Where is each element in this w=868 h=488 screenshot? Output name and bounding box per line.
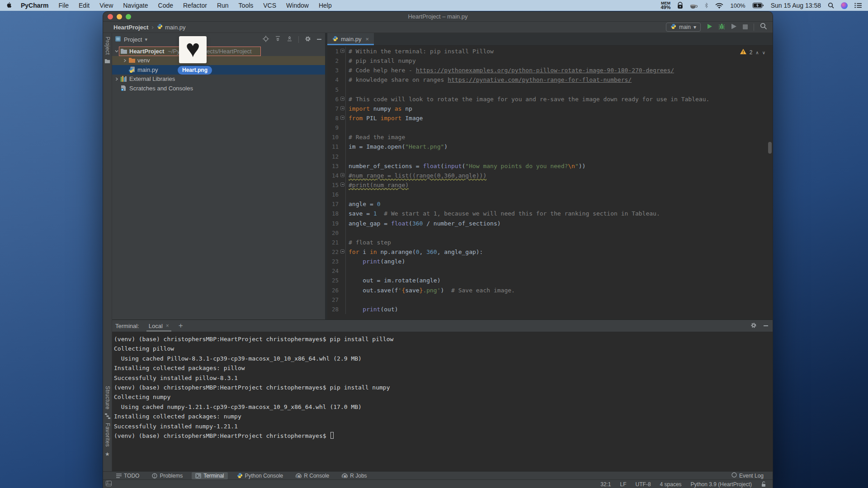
gear-icon[interactable] bbox=[750, 322, 757, 330]
window-titlebar[interactable]: HeartProject – main.py bbox=[103, 12, 773, 22]
code-text bbox=[346, 295, 349, 305]
menu-run[interactable]: Run bbox=[212, 2, 234, 9]
tree-item[interactable]: venv bbox=[112, 56, 325, 66]
stripe-label-project[interactable]: Project bbox=[104, 37, 111, 55]
minimize-window-button[interactable] bbox=[117, 14, 122, 19]
star-icon[interactable]: ★ bbox=[105, 451, 110, 457]
control-center-icon[interactable] bbox=[854, 3, 862, 8]
run-button[interactable] bbox=[707, 23, 712, 31]
editor-tab-main-py[interactable]: main.py × bbox=[327, 33, 374, 45]
gear-icon[interactable] bbox=[305, 36, 311, 43]
tree-item[interactable]: HeartProject~/PycharmProjects/HeartProje… bbox=[112, 47, 325, 56]
code-text: out = im.rotate(angle) bbox=[346, 276, 441, 285]
search-everywhere-icon[interactable] bbox=[760, 23, 767, 32]
event-log-button[interactable]: Event Log bbox=[728, 472, 767, 479]
editor-tab-bar: main.py × bbox=[327, 33, 773, 46]
menu-vcs[interactable]: VCS bbox=[258, 2, 281, 9]
tree-item[interactable]: External Libraries bbox=[112, 75, 325, 84]
memory-indicator[interactable]: MEM49% bbox=[660, 1, 670, 9]
menu-clock[interactable]: Sun 15 Aug 13:58 bbox=[771, 2, 821, 9]
menu-refactor[interactable]: Refactor bbox=[178, 2, 212, 9]
tree-chevron-icon[interactable] bbox=[122, 58, 127, 63]
collapse-all-icon[interactable] bbox=[287, 36, 292, 43]
tree-chevron-icon[interactable] bbox=[114, 49, 119, 53]
structure-icon[interactable] bbox=[105, 413, 110, 419]
python-file-icon bbox=[128, 66, 136, 73]
menu-edit[interactable]: Edit bbox=[74, 2, 94, 9]
menu-window[interactable]: Window bbox=[281, 2, 314, 9]
stripe-folder-icon[interactable] bbox=[104, 59, 110, 64]
close-icon[interactable]: × bbox=[366, 36, 369, 42]
terminal-tab-local[interactable]: Local × bbox=[146, 320, 171, 332]
inspection-widget[interactable]: 2 ∧ ∨ bbox=[740, 48, 765, 57]
line-number: 9 bbox=[327, 123, 339, 132]
bluetooth-icon[interactable] bbox=[704, 2, 708, 9]
status-item[interactable]: 32:1 bbox=[600, 481, 611, 488]
close-icon[interactable]: × bbox=[166, 323, 169, 329]
breadcrumb-file[interactable]: main.py bbox=[165, 24, 186, 31]
menu-help[interactable]: Help bbox=[314, 2, 337, 9]
code-text: number_of_sections = float(input("How ma… bbox=[346, 161, 585, 171]
status-item[interactable]: 4 spaces bbox=[660, 481, 682, 488]
previous-warning-icon[interactable]: ∧ bbox=[755, 48, 759, 57]
status-item[interactable]: Python 3.9 (HeartProject) bbox=[691, 481, 752, 488]
run-configuration-select[interactable]: main ▾ bbox=[666, 23, 701, 32]
toolwindow-button-problems[interactable]: Problems bbox=[148, 472, 186, 479]
debug-button[interactable] bbox=[718, 23, 725, 32]
fold-marker-icon[interactable] bbox=[340, 183, 344, 187]
fold-marker-icon[interactable] bbox=[340, 116, 344, 120]
toolwindow-button-r-jobs[interactable]: RR Jobs bbox=[338, 472, 370, 479]
apple-menu-icon[interactable] bbox=[6, 2, 12, 9]
menu-tools[interactable]: Tools bbox=[234, 2, 259, 9]
fold-marker-icon[interactable] bbox=[340, 49, 344, 53]
tree-item[interactable]: main.py bbox=[112, 65, 325, 75]
fold-region bbox=[340, 247, 346, 257]
stripe-label-favorites[interactable]: Favorites bbox=[104, 423, 111, 447]
siri-icon[interactable] bbox=[841, 2, 848, 9]
close-window-button[interactable] bbox=[108, 14, 113, 19]
run-with-coverage-button[interactable] bbox=[731, 23, 737, 31]
tool-window-switcher-icon[interactable] bbox=[106, 481, 112, 488]
toolwindow-button-terminal[interactable]: Terminal bbox=[192, 472, 227, 479]
menu-code[interactable]: Code bbox=[153, 2, 178, 9]
project-panel-header[interactable]: Project ▾ bbox=[112, 33, 325, 46]
terminal-output[interactable]: (venv) (base) christophersMBP:HeartProje… bbox=[112, 332, 773, 471]
battery-charging-icon[interactable] bbox=[752, 3, 764, 8]
fold-marker-icon[interactable] bbox=[340, 173, 344, 177]
breadcrumb-project[interactable]: HeartProject bbox=[113, 24, 148, 31]
fold-marker-icon[interactable] bbox=[340, 106, 344, 110]
fold-marker-icon[interactable] bbox=[340, 249, 344, 253]
toolwindow-button-python-console[interactable]: Python Console bbox=[233, 472, 287, 479]
menu-navigate[interactable]: Navigate bbox=[118, 2, 153, 9]
wifi-icon[interactable] bbox=[715, 3, 723, 9]
menu-pycharm[interactable]: PyCharm bbox=[16, 2, 53, 9]
expand-all-icon[interactable] bbox=[275, 36, 281, 43]
tree-chevron-icon[interactable] bbox=[114, 77, 119, 81]
hotspot-lock-icon[interactable] bbox=[677, 2, 683, 9]
toolwindow-button-r-console[interactable]: RR Console bbox=[292, 472, 333, 479]
fold-marker-icon[interactable] bbox=[340, 97, 344, 101]
tree-item[interactable]: Scratches and Consoles bbox=[112, 84, 325, 93]
stop-button[interactable] bbox=[743, 23, 748, 31]
spotlight-icon[interactable] bbox=[828, 2, 834, 9]
editor-scrollbar[interactable] bbox=[768, 142, 772, 154]
coffee-icon[interactable] bbox=[690, 3, 698, 9]
hide-panel-icon[interactable] bbox=[317, 39, 321, 40]
status-item[interactable]: UTF-8 bbox=[636, 481, 651, 488]
next-warning-icon[interactable]: ∨ bbox=[762, 48, 765, 57]
terminal-cursor[interactable] bbox=[330, 432, 334, 439]
toolwindow-button-todo[interactable]: TODO bbox=[113, 472, 143, 479]
hide-terminal-icon[interactable] bbox=[764, 325, 768, 326]
editor-body[interactable]: 1# Within the terminal: pip install Pill… bbox=[327, 46, 773, 319]
stripe-label-structure[interactable]: Structure bbox=[104, 386, 111, 409]
gutter-spacer bbox=[340, 238, 346, 247]
drag-image-preview[interactable]: ♥ bbox=[179, 36, 207, 63]
menu-view[interactable]: View bbox=[94, 2, 118, 9]
locate-file-icon[interactable] bbox=[263, 36, 269, 43]
menu-file[interactable]: File bbox=[53, 2, 74, 9]
lock-open-icon[interactable] bbox=[761, 481, 766, 487]
fold-region bbox=[340, 180, 346, 190]
new-terminal-session-button[interactable]: + bbox=[179, 321, 183, 330]
status-item[interactable]: LF bbox=[620, 481, 627, 488]
zoom-window-button[interactable] bbox=[126, 14, 131, 19]
